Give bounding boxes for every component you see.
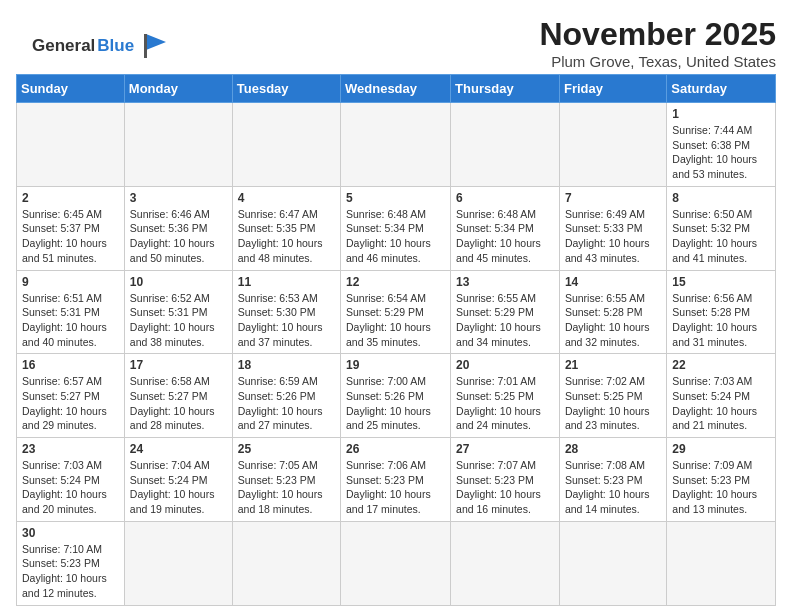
daylight-text: Daylight: 10 hours and 24 minutes. (456, 404, 554, 433)
day-number: 6 (456, 191, 554, 205)
sunrise-text: Sunrise: 7:02 AM (565, 374, 661, 389)
calendar-week-row: 1Sunrise: 7:44 AMSunset: 6:38 PMDaylight… (17, 103, 776, 187)
daylight-text: Daylight: 10 hours and 27 minutes. (238, 404, 335, 433)
sunset-text: Sunset: 5:26 PM (346, 389, 445, 404)
col-friday: Friday (559, 75, 666, 103)
sunset-text: Sunset: 5:29 PM (346, 305, 445, 320)
table-row: 22Sunrise: 7:03 AMSunset: 5:24 PMDayligh… (667, 354, 776, 438)
day-details: Sunrise: 7:09 AMSunset: 5:23 PMDaylight:… (672, 458, 770, 517)
daylight-text: Daylight: 10 hours and 53 minutes. (672, 152, 770, 181)
sunset-text: Sunset: 5:23 PM (672, 473, 770, 488)
table-row: 4Sunrise: 6:47 AMSunset: 5:35 PMDaylight… (232, 186, 340, 270)
sunset-text: Sunset: 5:31 PM (22, 305, 119, 320)
table-row: 21Sunrise: 7:02 AMSunset: 5:25 PMDayligh… (559, 354, 666, 438)
sunset-text: Sunset: 5:26 PM (238, 389, 335, 404)
table-row: 8Sunrise: 6:50 AMSunset: 5:32 PMDaylight… (667, 186, 776, 270)
table-row: 1Sunrise: 7:44 AMSunset: 6:38 PMDaylight… (667, 103, 776, 187)
day-details: Sunrise: 6:52 AMSunset: 5:31 PMDaylight:… (130, 291, 227, 350)
table-row: 28Sunrise: 7:08 AMSunset: 5:23 PMDayligh… (559, 438, 666, 522)
col-sunday: Sunday (17, 75, 125, 103)
daylight-text: Daylight: 10 hours and 35 minutes. (346, 320, 445, 349)
sunrise-text: Sunrise: 6:46 AM (130, 207, 227, 222)
sunset-text: Sunset: 5:35 PM (238, 221, 335, 236)
day-number: 21 (565, 358, 661, 372)
daylight-text: Daylight: 10 hours and 48 minutes. (238, 236, 335, 265)
daylight-text: Daylight: 10 hours and 38 minutes. (130, 320, 227, 349)
sunrise-text: Sunrise: 6:59 AM (238, 374, 335, 389)
table-row (341, 103, 451, 187)
daylight-text: Daylight: 10 hours and 46 minutes. (346, 236, 445, 265)
day-details: Sunrise: 7:00 AMSunset: 5:26 PMDaylight:… (346, 374, 445, 433)
sunrise-text: Sunrise: 7:09 AM (672, 458, 770, 473)
sunset-text: Sunset: 5:24 PM (130, 473, 227, 488)
day-number: 10 (130, 275, 227, 289)
daylight-text: Daylight: 10 hours and 25 minutes. (346, 404, 445, 433)
table-row: 24Sunrise: 7:04 AMSunset: 5:24 PMDayligh… (124, 438, 232, 522)
day-details: Sunrise: 6:59 AMSunset: 5:26 PMDaylight:… (238, 374, 335, 433)
day-details: Sunrise: 6:49 AMSunset: 5:33 PMDaylight:… (565, 207, 661, 266)
daylight-text: Daylight: 10 hours and 18 minutes. (238, 487, 335, 516)
daylight-text: Daylight: 10 hours and 51 minutes. (22, 236, 119, 265)
logo-general: General (32, 36, 95, 56)
day-number: 11 (238, 275, 335, 289)
sunrise-text: Sunrise: 7:03 AM (672, 374, 770, 389)
day-number: 30 (22, 526, 119, 540)
table-row (232, 103, 340, 187)
daylight-text: Daylight: 10 hours and 31 minutes. (672, 320, 770, 349)
day-number: 9 (22, 275, 119, 289)
calendar-week-row: 30Sunrise: 7:10 AMSunset: 5:23 PMDayligh… (17, 521, 776, 605)
day-details: Sunrise: 7:08 AMSunset: 5:23 PMDaylight:… (565, 458, 661, 517)
day-details: Sunrise: 7:02 AMSunset: 5:25 PMDaylight:… (565, 374, 661, 433)
table-row: 6Sunrise: 6:48 AMSunset: 5:34 PMDaylight… (451, 186, 560, 270)
table-row: 9Sunrise: 6:51 AMSunset: 5:31 PMDaylight… (17, 270, 125, 354)
sunset-text: Sunset: 5:27 PM (22, 389, 119, 404)
table-row: 5Sunrise: 6:48 AMSunset: 5:34 PMDaylight… (341, 186, 451, 270)
day-details: Sunrise: 6:58 AMSunset: 5:27 PMDaylight:… (130, 374, 227, 433)
day-details: Sunrise: 6:53 AMSunset: 5:30 PMDaylight:… (238, 291, 335, 350)
sunrise-text: Sunrise: 6:52 AM (130, 291, 227, 306)
daylight-text: Daylight: 10 hours and 34 minutes. (456, 320, 554, 349)
sunrise-text: Sunrise: 6:55 AM (565, 291, 661, 306)
daylight-text: Daylight: 10 hours and 13 minutes. (672, 487, 770, 516)
day-details: Sunrise: 7:44 AMSunset: 6:38 PMDaylight:… (672, 123, 770, 182)
day-details: Sunrise: 6:48 AMSunset: 5:34 PMDaylight:… (456, 207, 554, 266)
sunrise-text: Sunrise: 6:48 AM (346, 207, 445, 222)
col-thursday: Thursday (451, 75, 560, 103)
sunset-text: Sunset: 5:28 PM (672, 305, 770, 320)
daylight-text: Daylight: 10 hours and 45 minutes. (456, 236, 554, 265)
day-number: 25 (238, 442, 335, 456)
sunrise-text: Sunrise: 7:07 AM (456, 458, 554, 473)
sunrise-text: Sunrise: 6:54 AM (346, 291, 445, 306)
daylight-text: Daylight: 10 hours and 20 minutes. (22, 487, 119, 516)
sunrise-text: Sunrise: 6:53 AM (238, 291, 335, 306)
sunset-text: Sunset: 5:37 PM (22, 221, 119, 236)
sunrise-text: Sunrise: 7:03 AM (22, 458, 119, 473)
table-row: 11Sunrise: 6:53 AMSunset: 5:30 PMDayligh… (232, 270, 340, 354)
sunset-text: Sunset: 5:23 PM (346, 473, 445, 488)
day-details: Sunrise: 6:57 AMSunset: 5:27 PMDaylight:… (22, 374, 119, 433)
daylight-text: Daylight: 10 hours and 16 minutes. (456, 487, 554, 516)
day-details: Sunrise: 6:54 AMSunset: 5:29 PMDaylight:… (346, 291, 445, 350)
day-details: Sunrise: 6:56 AMSunset: 5:28 PMDaylight:… (672, 291, 770, 350)
sunset-text: Sunset: 5:23 PM (456, 473, 554, 488)
sunset-text: Sunset: 5:30 PM (238, 305, 335, 320)
day-details: Sunrise: 6:45 AMSunset: 5:37 PMDaylight:… (22, 207, 119, 266)
day-details: Sunrise: 6:47 AMSunset: 5:35 PMDaylight:… (238, 207, 335, 266)
sunrise-text: Sunrise: 7:01 AM (456, 374, 554, 389)
table-row (667, 521, 776, 605)
day-number: 27 (456, 442, 554, 456)
sunset-text: Sunset: 5:23 PM (565, 473, 661, 488)
table-row (17, 103, 125, 187)
col-saturday: Saturday (667, 75, 776, 103)
sunrise-text: Sunrise: 6:50 AM (672, 207, 770, 222)
day-number: 26 (346, 442, 445, 456)
sunset-text: Sunset: 5:29 PM (456, 305, 554, 320)
sunrise-text: Sunrise: 7:05 AM (238, 458, 335, 473)
calendar-week-row: 16Sunrise: 6:57 AMSunset: 5:27 PMDayligh… (17, 354, 776, 438)
sunrise-text: Sunrise: 7:00 AM (346, 374, 445, 389)
day-details: Sunrise: 7:04 AMSunset: 5:24 PMDaylight:… (130, 458, 227, 517)
calendar-header-row: Sunday Monday Tuesday Wednesday Thursday… (17, 75, 776, 103)
day-number: 22 (672, 358, 770, 372)
day-number: 1 (672, 107, 770, 121)
table-row: 26Sunrise: 7:06 AMSunset: 5:23 PMDayligh… (341, 438, 451, 522)
